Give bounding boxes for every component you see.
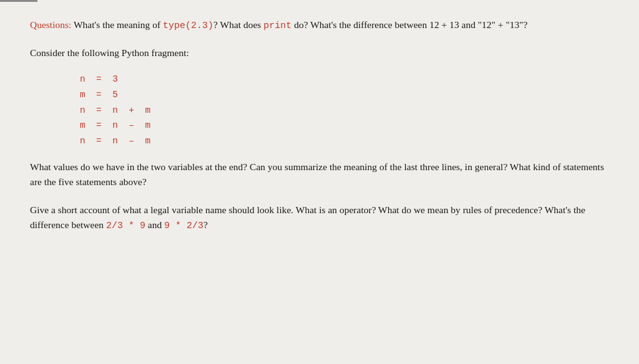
questions-text5: ? xyxy=(524,19,528,30)
give-text3: ? xyxy=(203,219,208,230)
code-line-5: n = n – m xyxy=(80,133,609,149)
questions-text1: What's the meaning of xyxy=(74,19,163,30)
questions-text4: and xyxy=(459,19,478,30)
values-block: What values do we have in the two variab… xyxy=(30,160,609,189)
give-text2: and xyxy=(145,219,164,230)
code-line-2: m = 5 xyxy=(80,87,609,103)
questions-code1: type(2.3) xyxy=(163,21,213,31)
questions-text2: ? What does xyxy=(213,19,263,30)
questions-code2: print xyxy=(263,21,291,31)
top-bar-decoration xyxy=(0,0,37,2)
questions-label: Questions: xyxy=(30,19,71,30)
code-line-3: n = n + m xyxy=(80,103,609,118)
give-code2: 9 * 2/3 xyxy=(164,221,203,231)
questions-block: Questions: What's the meaning of type(2.… xyxy=(30,17,609,33)
questions-code3: 12 + 13 xyxy=(429,19,459,30)
questions-code4: "12" + "13" xyxy=(478,19,524,30)
consider-text: Consider the following Python fragment: xyxy=(30,47,189,58)
values-text: What values do we have in the two variab… xyxy=(30,161,604,187)
code-line-4: m = n – m xyxy=(80,118,609,133)
page-container: Questions: What's the meaning of type(2.… xyxy=(0,0,639,364)
consider-block: Consider the following Python fragment: xyxy=(30,46,609,60)
give-block: Give a short account of what a legal var… xyxy=(30,203,609,233)
give-code1: 2/3 * 9 xyxy=(106,221,145,231)
questions-text3: do? What's the difference between xyxy=(291,19,429,30)
code-block: n = 3 m = 5 n = n + m m = n – m n = n – … xyxy=(80,72,609,148)
code-line-1: n = 3 xyxy=(80,72,609,87)
